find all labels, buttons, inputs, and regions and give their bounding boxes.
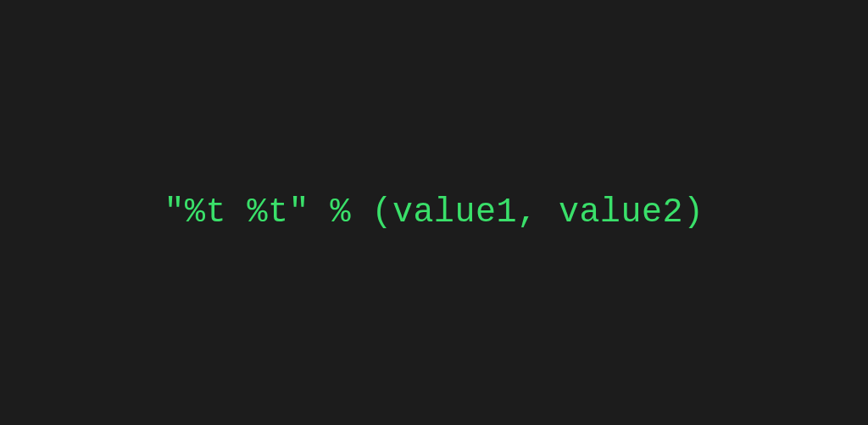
code-snippet: "%t %t" % (value1, value2) [164,193,704,232]
